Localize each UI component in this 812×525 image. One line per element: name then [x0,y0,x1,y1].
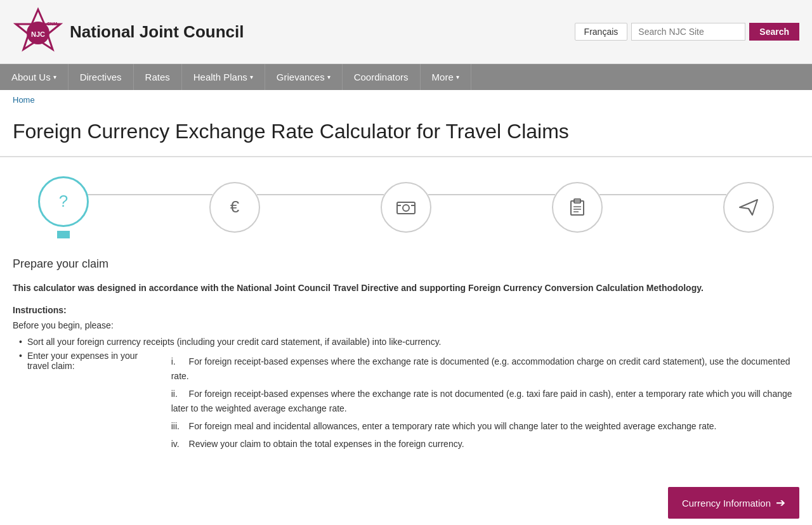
roman-numeral: iii. [171,419,187,433]
chevron-down-icon: ▾ [327,74,331,81]
sub-item-3: iv. Review your claim to obtain the tota… [171,437,799,451]
step-2[interactable]: € [209,182,260,233]
njc-logo: NJC CNM [13,6,63,57]
svg-text:€: € [230,197,240,216]
nav-item-health-plans[interactable]: Health Plans ▾ [182,64,265,90]
step-connector [599,194,726,195]
nav-item-grievances[interactable]: Grievances ▾ [265,64,343,90]
step-5[interactable] [723,182,774,233]
main-content: Prepare your claim This calculator was d… [0,238,812,472]
step-circle-1: ? [38,176,89,227]
logo-area: NJC CNM National Joint Council [13,6,244,57]
step-circle-3 [381,182,431,233]
step-active-arrow [57,231,70,238]
svg-text:CNM: CNM [47,22,57,26]
nav-item-about-us[interactable]: About Us ▾ [0,64,69,90]
roman-numeral: i. [171,354,187,368]
svg-text:NJC: NJC [31,30,45,38]
svg-line-16 [749,209,752,215]
bullet-text: Enter your expenses in your travel claim… [27,351,154,455]
step-connector [257,194,384,195]
step-3[interactable] [381,182,431,233]
search-button[interactable]: Search [749,23,799,41]
bullet-text: Sort all your foreign currency receipts … [27,337,442,347]
step-circle-2: € [209,182,260,233]
svg-point-7 [403,205,409,211]
org-name: National Joint Council [70,22,244,42]
sub-item-1: ii. For foreign receipt-based expenses w… [171,387,799,415]
page-title-area: Foreign Currency Exchange Rate Calculato… [0,110,812,157]
svg-marker-15 [740,200,757,215]
nav-item-more[interactable]: More ▾ [421,64,471,90]
sub-list: i. For foreign receipt-based expenses wh… [159,354,799,455]
nav-item-directives[interactable]: Directives [69,64,134,90]
language-button[interactable]: Français [575,23,628,41]
instructions-label: Instructions: [13,305,799,315]
nav-item-rates[interactable]: Rates [134,64,182,90]
page-title: Foreign Currency Exchange Rate Calculato… [13,120,799,143]
roman-numeral: ii. [171,387,187,401]
chevron-down-icon: ▾ [250,74,253,81]
sub-item-0: i. For foreign receipt-based expenses wh… [171,354,799,383]
prepare-title: Prepare your claim [13,257,799,271]
step-connector [428,194,555,195]
search-input[interactable] [631,23,745,41]
search-area: Français Search [575,23,799,41]
step-connector [86,194,213,195]
bullet-item-0: Sort all your foreign currency receipts … [19,337,799,347]
sub-item-2: iii. For foreign meal and incidental all… [171,419,799,433]
breadcrumb: Home [0,90,812,110]
roman-numeral: iv. [171,437,187,451]
step-4[interactable] [552,182,603,233]
intro-text: This calculator was designed in accordan… [13,281,799,295]
main-nav: About Us ▾DirectivesRatesHealth Plans ▾G… [0,64,812,90]
site-header: NJC CNM National Joint Council Français … [0,0,812,64]
svg-rect-6 [397,202,415,214]
bullet-item-1: Enter your expenses in your travel claim… [19,351,799,455]
chevron-down-icon: ▾ [456,74,459,81]
step-circle-5 [723,182,774,233]
before-text: Before you begin, please: [13,320,799,330]
instructions-list: Sort all your foreign currency receipts … [13,337,799,455]
breadcrumb-home[interactable]: Home [13,95,35,105]
chevron-down-icon: ▾ [53,74,56,81]
stepper: ?€ [0,157,812,238]
step-1[interactable]: ? [38,176,89,238]
step-circle-4 [552,182,603,233]
nav-item-coordinators[interactable]: Coordinators [343,64,421,90]
svg-text:?: ? [59,191,68,211]
